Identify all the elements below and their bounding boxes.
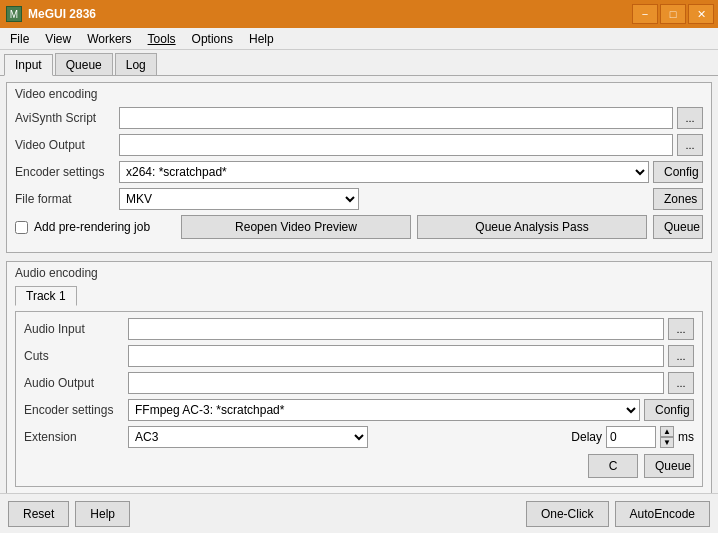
video-encoding-section: Video encoding AviSynth Script ... Video… — [6, 82, 712, 253]
cuts-row: Cuts ... — [24, 345, 694, 367]
cuts-input[interactable] — [128, 345, 664, 367]
zones-button[interactable]: Zones — [653, 188, 703, 210]
avisynth-row: AviSynth Script ... — [15, 107, 703, 129]
help-button[interactable]: Help — [75, 501, 130, 527]
menu-bar: File View Workers Tools Options Help — [0, 28, 718, 50]
extension-select[interactable]: AC3 AAC MP3 DTS — [128, 426, 368, 448]
delay-spinner: ▲ ▼ — [660, 426, 674, 448]
video-encoder-label: Encoder settings — [15, 165, 115, 179]
prerender-action-row: Add pre-rendering job Reopen Video Previ… — [15, 215, 703, 239]
audio-encoder-row: Encoder settings FFmpeg AC-3: *scratchpa… — [24, 399, 694, 421]
extension-label: Extension — [24, 430, 124, 444]
video-output-label: Video Output — [15, 138, 115, 152]
extension-delay-row: Extension AC3 AAC MP3 DTS Delay ▲ ▼ — [24, 426, 694, 448]
video-encoder-row: Encoder settings x264: *scratchpad* x265… — [15, 161, 703, 183]
maximize-button[interactable]: □ — [660, 4, 686, 24]
menu-options[interactable]: Options — [184, 30, 241, 48]
audio-cq-row: C Queue — [24, 454, 694, 478]
video-encoder-config-button[interactable]: Config — [653, 161, 703, 183]
queue-analysis-button[interactable]: Queue Analysis Pass — [417, 215, 647, 239]
footer: Reset Help One-Click AutoEncode — [0, 493, 718, 533]
menu-help[interactable]: Help — [241, 30, 282, 48]
avisynth-input[interactable] — [119, 107, 673, 129]
main-content: Video encoding AviSynth Script ... Video… — [0, 76, 718, 493]
delay-up-button[interactable]: ▲ — [660, 426, 674, 437]
file-format-label: File format — [15, 192, 115, 206]
delay-area: Delay ▲ ▼ ms — [571, 426, 694, 448]
file-format-row: File format MKV MP4 AVI Zones — [15, 188, 703, 210]
audio-output-browse-button[interactable]: ... — [668, 372, 694, 394]
audio-queue-button[interactable]: Queue — [644, 454, 694, 478]
autoencode-button[interactable]: AutoEncode — [615, 501, 710, 527]
menu-view[interactable]: View — [37, 30, 79, 48]
avisynth-browse-button[interactable]: ... — [677, 107, 703, 129]
prerender-label: Add pre-rendering job — [34, 220, 150, 234]
menu-file[interactable]: File — [2, 30, 37, 48]
footer-left: Reset Help — [8, 501, 130, 527]
minimize-button[interactable]: − — [632, 4, 658, 24]
track-1-tab[interactable]: Track 1 — [15, 286, 77, 306]
track-content: Audio Input ... Cuts ... Audio Output ..… — [15, 311, 703, 487]
file-format-select[interactable]: MKV MP4 AVI — [119, 188, 359, 210]
track-tab-bar: Track 1 — [15, 286, 703, 305]
audio-output-row: Audio Output ... — [24, 372, 694, 394]
audio-encoding-title: Audio encoding — [15, 266, 703, 280]
cuts-label: Cuts — [24, 349, 124, 363]
cuts-browse-button[interactable]: ... — [668, 345, 694, 367]
prerender-checkbox-row: Add pre-rendering job — [15, 220, 175, 234]
footer-right: One-Click AutoEncode — [526, 501, 710, 527]
tab-input[interactable]: Input — [4, 54, 53, 76]
audio-encoder-config-button[interactable]: Config — [644, 399, 694, 421]
audio-input-field[interactable] — [128, 318, 664, 340]
tab-queue[interactable]: Queue — [55, 53, 113, 75]
app-icon: M — [6, 6, 22, 22]
video-encoding-title: Video encoding — [15, 87, 703, 101]
avisynth-label: AviSynth Script — [15, 111, 115, 125]
oneclick-button[interactable]: One-Click — [526, 501, 609, 527]
title-bar: M MeGUI 2836 − □ ✕ — [0, 0, 718, 28]
ms-label: ms — [678, 430, 694, 444]
prerender-checkbox[interactable] — [15, 221, 28, 234]
audio-input-browse-button[interactable]: ... — [668, 318, 694, 340]
menu-workers[interactable]: Workers — [79, 30, 139, 48]
tab-bar: Input Queue Log — [0, 50, 718, 76]
audio-encoder-label: Encoder settings — [24, 403, 124, 417]
reset-button[interactable]: Reset — [8, 501, 69, 527]
audio-input-label: Audio Input — [24, 322, 124, 336]
video-output-row: Video Output ... — [15, 134, 703, 156]
audio-output-label: Audio Output — [24, 376, 124, 390]
delay-down-button[interactable]: ▼ — [660, 437, 674, 448]
video-encoder-select[interactable]: x264: *scratchpad* x265: *scratchpad* xv… — [119, 161, 649, 183]
tab-log[interactable]: Log — [115, 53, 157, 75]
audio-encoder-select[interactable]: FFmpeg AC-3: *scratchpad* AAC: *scratchp… — [128, 399, 640, 421]
app-title: MeGUI 2836 — [28, 7, 96, 21]
close-button[interactable]: ✕ — [688, 4, 714, 24]
video-output-browse-button[interactable]: ... — [677, 134, 703, 156]
video-queue-button[interactable]: Queue — [653, 215, 703, 239]
delay-input[interactable] — [606, 426, 656, 448]
reopen-video-button[interactable]: Reopen Video Preview — [181, 215, 411, 239]
video-output-input[interactable] — [119, 134, 673, 156]
menu-tools[interactable]: Tools — [140, 30, 184, 48]
audio-input-row: Audio Input ... — [24, 318, 694, 340]
delay-label: Delay — [571, 430, 602, 444]
audio-output-input[interactable] — [128, 372, 664, 394]
c-button[interactable]: C — [588, 454, 638, 478]
audio-encoding-section: Audio encoding Track 1 Audio Input ... C… — [6, 261, 712, 493]
